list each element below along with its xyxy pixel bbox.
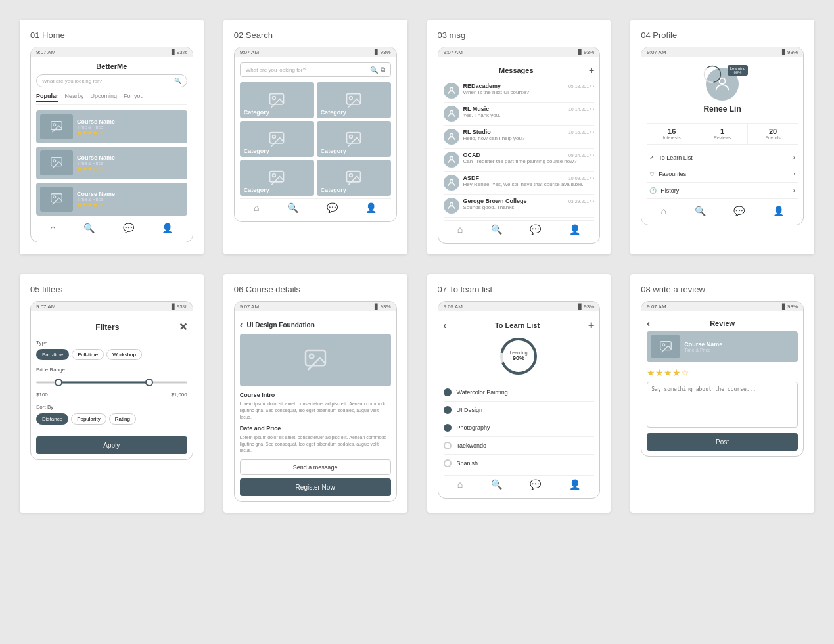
menu-favourites-left: ♡ Favourites bbox=[649, 171, 686, 177]
menu-favourites[interactable]: ♡ Favourites › bbox=[647, 166, 798, 183]
category-label-1: Category bbox=[244, 109, 269, 116]
nav-home-07[interactable]: ⌂ bbox=[457, 479, 463, 490]
course-card-2[interactable]: Course Name Time & Price ★★★☆☆ bbox=[36, 147, 187, 179]
stars-3: ★★★★☆ bbox=[77, 202, 183, 208]
screen-05-wrapper: 05 filters 9:07 AM ▊ 93% Filters ✕ Type … bbox=[20, 274, 204, 513]
category-3[interactable]: Category bbox=[240, 121, 314, 157]
nav-profile-03[interactable]: 👤 bbox=[569, 224, 580, 235]
intro-text: Lorem ipsum dolor sit amet, consectetuer… bbox=[240, 401, 391, 420]
learn-item-photography[interactable]: Photography bbox=[444, 419, 595, 437]
back-button-07[interactable]: ‹ bbox=[444, 320, 447, 331]
nav-msg-icon[interactable]: 💬 bbox=[123, 223, 134, 233]
nav-msg-07[interactable]: 💬 bbox=[530, 479, 541, 490]
nav-profile-04[interactable]: 👤 bbox=[773, 206, 784, 216]
btn-rating[interactable]: Rating bbox=[109, 413, 136, 425]
nav-home-icon[interactable]: ⌂ bbox=[50, 223, 55, 233]
close-icon[interactable]: ✕ bbox=[179, 321, 187, 333]
btn-fulltime[interactable]: Full-time bbox=[72, 349, 104, 360]
nav-search-04[interactable]: 🔍 bbox=[695, 206, 706, 216]
phone-content-02: What are you looking for? 🔍 ⧉ Category C… bbox=[235, 57, 396, 221]
msg-item-4[interactable]: OCAD09.24.2017 › Can I register the part… bbox=[444, 149, 595, 172]
btn-parttime[interactable]: Part-time bbox=[36, 349, 69, 360]
nav-profile-icon[interactable]: 👤 bbox=[162, 223, 173, 233]
course-detail-title: UI Design Foundation bbox=[246, 321, 314, 329]
nav-profile-02[interactable]: 👤 bbox=[365, 202, 377, 213]
apply-button[interactable]: Apply bbox=[36, 436, 187, 454]
chevron-right-3-icon: › bbox=[793, 187, 795, 194]
status-icons-05: ▊ 93% bbox=[172, 304, 187, 310]
msg-time-1: 05.18.2017 › bbox=[568, 84, 594, 89]
btn-distance[interactable]: Distance bbox=[36, 413, 68, 425]
tab-nearby[interactable]: Nearby bbox=[65, 93, 84, 102]
tab-foryou[interactable]: For you bbox=[124, 93, 144, 102]
status-bar-07: 9:09 AM ▊ 93% bbox=[438, 302, 600, 311]
status-icons-04: ▊ 93% bbox=[782, 49, 798, 55]
stat-interests: 16 Interests bbox=[647, 124, 697, 144]
category-6[interactable]: Category bbox=[317, 160, 391, 196]
search-header[interactable]: What are you looking for? 🔍 ⧉ bbox=[240, 62, 391, 77]
review-textarea[interactable] bbox=[647, 382, 798, 428]
category-5[interactable]: Category bbox=[240, 160, 314, 196]
nav-home-03[interactable]: ⌂ bbox=[457, 224, 463, 235]
send-message-button[interactable]: Send a message bbox=[240, 459, 391, 475]
svg-point-7 bbox=[273, 96, 276, 99]
review-course-name: Course Name bbox=[684, 341, 722, 348]
tolearn-title: To Learn List bbox=[495, 321, 540, 329]
nav-home-02[interactable]: ⌂ bbox=[254, 202, 259, 213]
course-info-1: Course Name Time & Price ★★★★☆ bbox=[77, 118, 183, 136]
msg-item-5[interactable]: ASDF10.09.2017 › Hey Renee. Yes, we stil… bbox=[444, 172, 595, 195]
nav-msg-03[interactable]: 💬 bbox=[530, 224, 541, 235]
msg-time-2: 10.14.2017 › bbox=[568, 107, 594, 112]
home-search-bar[interactable]: What are you looking for? 🔍 bbox=[36, 74, 187, 87]
screen-08-title: 08 write a review bbox=[641, 285, 804, 294]
category-4[interactable]: Category bbox=[317, 121, 391, 157]
btn-popularity[interactable]: Popularity bbox=[71, 413, 106, 425]
nav-profile-07[interactable]: 👤 bbox=[569, 479, 580, 490]
phone-content-07: ‹ To Learn List + Learning 90% bbox=[438, 311, 600, 498]
category-1[interactable]: Category bbox=[240, 82, 314, 118]
clock-icon: 🕐 bbox=[649, 187, 657, 194]
learn-item-taekwondo[interactable]: Taekwondo bbox=[444, 437, 595, 455]
nav-msg-02[interactable]: 💬 bbox=[327, 202, 338, 213]
svg-point-21 bbox=[450, 156, 453, 160]
price-slider[interactable] bbox=[36, 376, 187, 389]
status-time-05: 9:07 AM bbox=[36, 304, 55, 310]
learn-item-watercolor[interactable]: Watercolor Painting bbox=[444, 384, 595, 402]
msg-item-3[interactable]: RL Studio10.16.2017 › Hello, how can I h… bbox=[444, 126, 595, 149]
back-button-08[interactable]: ‹ bbox=[647, 318, 650, 329]
progress-circle-07: Learning 90% bbox=[499, 336, 538, 376]
register-button[interactable]: Register Now bbox=[240, 478, 391, 496]
category-label-5: Category bbox=[244, 187, 269, 193]
learn-item-spanish[interactable]: Spanish bbox=[444, 455, 595, 472]
menu-history[interactable]: 🕐 History › bbox=[647, 183, 798, 199]
menu-tolearn[interactable]: ✓ To Learn List › bbox=[647, 150, 798, 166]
post-button[interactable]: Post bbox=[647, 433, 798, 451]
msg-item-6[interactable]: Geroge Brown College03.29.2017 › Sounds … bbox=[444, 195, 595, 218]
nav-home-04[interactable]: ⌂ bbox=[661, 206, 666, 216]
course-card-1[interactable]: Course Name Time & Price ★★★★☆ bbox=[36, 110, 187, 143]
msg-item-2[interactable]: RL Music10.14.2017 › Yes. Thank you. bbox=[444, 103, 595, 126]
nav-search-icon[interactable]: 🔍 bbox=[83, 223, 95, 233]
back-button[interactable]: ‹ bbox=[240, 319, 243, 330]
tab-upcoming[interactable]: Upcoming bbox=[91, 93, 118, 102]
nav-search-07[interactable]: 🔍 bbox=[491, 479, 502, 490]
btn-workshop[interactable]: Workshop bbox=[106, 349, 142, 360]
msg-item-1[interactable]: REDacademy05.18.2017 › When is the next … bbox=[444, 80, 595, 103]
nav-msg-04[interactable]: 💬 bbox=[733, 206, 745, 216]
tab-popular[interactable]: Popular bbox=[36, 93, 58, 102]
slider-thumb-min[interactable] bbox=[55, 379, 62, 386]
slider-thumb-max[interactable] bbox=[145, 379, 153, 386]
search-icon: 🔍 bbox=[174, 78, 181, 84]
course-card-3[interactable]: Course Name Time & Price ★★★★☆ bbox=[36, 183, 187, 216]
compose-icon[interactable]: + bbox=[589, 65, 594, 76]
add-icon[interactable]: + bbox=[588, 319, 594, 331]
svg-point-34 bbox=[662, 343, 665, 346]
screen-02-phone: 9:07 AM ▊ 93% What are you looking for? … bbox=[234, 47, 397, 222]
category-2[interactable]: Category bbox=[317, 82, 391, 118]
nav-search-02[interactable]: 🔍 bbox=[287, 202, 298, 213]
review-course-info: Course Name Time & Price bbox=[684, 341, 722, 352]
review-stars[interactable]: ★★★★☆ bbox=[647, 367, 798, 378]
nav-search-03[interactable]: 🔍 bbox=[491, 224, 502, 235]
learn-item-uidesign[interactable]: UI Design bbox=[444, 402, 595, 419]
msg-time-3: 10.16.2017 › bbox=[568, 130, 594, 135]
